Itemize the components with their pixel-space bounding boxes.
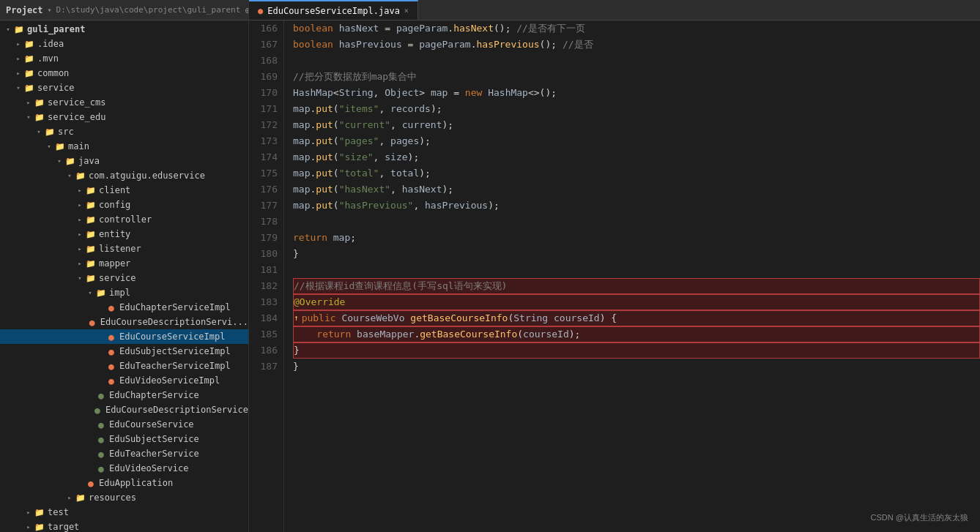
test-label: test: [48, 507, 69, 517]
EduVideoServiceImpl-label: EduVideoServiceImpl: [119, 375, 220, 386]
main-label: main: [68, 141, 89, 151]
common-label: common: [37, 68, 69, 78]
java-interface-icon5: ●: [95, 448, 107, 460]
sidebar-item-mvn[interactable]: ▸ 📁 .mvn: [0, 51, 248, 66]
sidebar-item-EduCourseService[interactable]: ● EduCourseService: [0, 417, 248, 432]
sidebar-item-EduTeacherService[interactable]: ● EduTeacherService: [0, 446, 248, 461]
tab-icon: ●: [258, 6, 263, 16]
code-line: map.put("hasNext", hasNext);: [293, 181, 980, 198]
sidebar-item-EduChapterService[interactable]: ● EduChapterService: [0, 388, 248, 402]
EduCourseDescServi-label: EduCourseDescriptionServi...: [100, 317, 248, 327]
EduChapterServiceImpl-label: EduChapterServiceImpl: [119, 302, 231, 312]
edu-label: service_edu: [48, 112, 105, 122]
line-number: 178: [252, 214, 278, 230]
java-interface-icon4: ●: [95, 433, 107, 445]
impl-label: impl: [109, 288, 130, 298]
sidebar-item-mapper[interactable]: ▸ 📁 mapper: [0, 256, 248, 271]
sidebar-item-EduSubjectService[interactable]: ● EduSubjectService: [0, 432, 248, 446]
common-folder-icon: 📁: [23, 67, 35, 79]
sidebar-item-test[interactable]: ▸ 📁 test: [0, 505, 248, 520]
sidebar-item-EduCourseDescriptionService[interactable]: ● EduCourseDescriptionService: [0, 402, 248, 417]
project-path: D:\study\java\code\project\guli_parent: [56, 5, 241, 15]
config-arrow: ▸: [75, 201, 85, 209]
line-number: 170: [252, 85, 278, 101]
mapper-arrow: ▸: [75, 260, 85, 267]
line-number: 166: [252, 20, 278, 37]
EduTeacherService-label: EduTeacherService: [109, 449, 199, 459]
sidebar-item-listener[interactable]: ▸ 📁 listener: [0, 241, 248, 256]
sidebar-item-controller[interactable]: ▸ 📁 controller: [0, 212, 248, 227]
java-folder-icon: 📁: [64, 155, 76, 167]
common-arrow: ▸: [13, 70, 23, 77]
EduSubjectService-label: EduSubjectService: [109, 434, 199, 444]
line-number: 176: [252, 181, 278, 198]
code-editor[interactable]: 1661671681691701711721731741751761771781…: [249, 20, 980, 532]
sidebar-item-service[interactable]: ▾ 📁 service: [0, 80, 248, 95]
line-number: 180: [252, 246, 278, 262]
code-line: }: [293, 246, 980, 262]
src-arrow: ▾: [34, 128, 44, 135]
code-line: boolean hasPrevious = pageParam.hasPrevi…: [293, 37, 980, 53]
project-dropdown-icon[interactable]: ▾: [48, 6, 52, 14]
line-number: 182: [252, 278, 278, 294]
tab-close-icon[interactable]: ×: [404, 7, 409, 15]
tree-root[interactable]: ▾ 📁 guli_parent: [0, 22, 248, 37]
sidebar-item-EduVideoService[interactable]: ● EduVideoService: [0, 461, 248, 476]
sidebar-item-target[interactable]: ▸ 📁 target: [0, 520, 248, 532]
sidebar-item-java[interactable]: ▾ 📁 java: [0, 154, 248, 168]
sidebar-item-impl[interactable]: ▾ 📁 impl: [0, 285, 248, 300]
sidebar-item-EduCourseDescriptionServi[interactable]: ● EduCourseDescriptionServi...: [0, 315, 248, 329]
main-arrow: ▾: [44, 143, 54, 150]
line-number: 174: [252, 149, 278, 165]
service-arrow: ▾: [13, 84, 23, 91]
code-line: }: [293, 342, 980, 359]
sidebar-item-EduChapterServiceImpl[interactable]: ● EduChapterServiceImpl: [0, 300, 248, 315]
sidebar-item-config[interactable]: ▸ 📁 config: [0, 198, 248, 212]
target-folder-icon: 📁: [34, 521, 45, 532]
sidebar-item-client[interactable]: ▸ 📁 client: [0, 183, 248, 198]
line-number: 173: [252, 133, 278, 149]
entity-arrow: ▸: [75, 231, 85, 238]
java-arrow: ▾: [54, 157, 64, 165]
mapper-label: mapper: [99, 258, 130, 269]
sidebar-item-service-inner[interactable]: ▾ 📁 service: [0, 271, 248, 285]
sidebar-item-src[interactable]: ▾ 📁 src: [0, 124, 248, 139]
sidebar-item-idea[interactable]: ▸ 📁 .idea: [0, 37, 248, 51]
sidebar-item-service-edu[interactable]: ▾ 📁 service_edu: [0, 110, 248, 124]
EduApplication-label: EduApplication: [99, 478, 173, 488]
ctrl-folder-icon: 📁: [85, 214, 97, 225]
sidebar-item-package[interactable]: ▾ 📁 com.atguigu.eduservice: [0, 168, 248, 183]
watermark: CSDN @认真生活的灰太狼: [871, 512, 968, 523]
sidebar-item-EduApplication[interactable]: ● EduApplication: [0, 476, 248, 490]
sidebar-item-EduSubjectServiceImpl[interactable]: ● EduSubjectServiceImpl: [0, 344, 248, 359]
src-label: src: [58, 127, 74, 137]
listener-folder-icon: 📁: [85, 243, 97, 255]
java-interface-icon3: ●: [95, 419, 107, 430]
java-class-icon4: ●: [105, 345, 117, 357]
impl-arrow: ▾: [85, 289, 95, 296]
ctrl-label: controller: [99, 214, 152, 225]
code-lines[interactable]: boolean hasNext = pageParam.hasNext(); /…: [284, 20, 980, 532]
sidebar-item-EduVideoServiceImpl[interactable]: ● EduVideoServiceImpl: [0, 373, 248, 388]
sidebar-item-resources[interactable]: ▸ 📁 resources: [0, 490, 248, 505]
sidebar-item-common[interactable]: ▸ 📁 common: [0, 66, 248, 80]
config-label: config: [99, 200, 130, 210]
target-arrow: ▸: [23, 523, 34, 531]
tab-label: EduCourseServiceImpl.java: [267, 6, 400, 16]
client-folder-icon: 📁: [85, 184, 97, 196]
code-line: @Override: [293, 294, 980, 310]
sidebar-item-service-cms[interactable]: ▸ 📁 service_cms: [0, 95, 248, 110]
svc-inner-folder-icon: 📁: [85, 272, 97, 284]
java-class-icon3: ●: [105, 331, 117, 342]
sidebar-item-EduTeacherServiceImpl[interactable]: ● EduTeacherServiceImpl: [0, 359, 248, 373]
sidebar-item-entity[interactable]: ▸ 📁 entity: [0, 227, 248, 241]
listener-arrow: ▸: [75, 245, 85, 252]
line-number: 167: [252, 37, 278, 53]
sidebar-item-EduCourseServiceImpl[interactable]: ● EduCourseServiceImpl: [0, 329, 248, 344]
java-interface-icon6: ●: [95, 462, 107, 474]
cms-arrow: ▸: [23, 99, 34, 106]
tab-EduCourseServiceImpl[interactable]: ● EduCourseServiceImpl.java ×: [249, 0, 418, 20]
EduTeacherServiceImpl-label: EduTeacherServiceImpl: [119, 361, 231, 371]
sidebar-item-main[interactable]: ▾ 📁 main: [0, 139, 248, 154]
project-title: Project: [6, 5, 43, 15]
